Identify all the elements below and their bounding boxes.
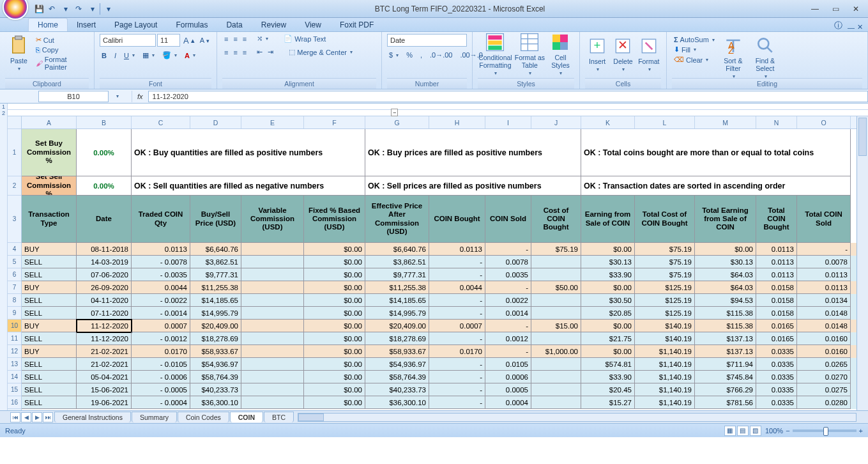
- cell[interactable]: Transaction Type: [22, 196, 77, 243]
- col-header-M[interactable]: M: [695, 116, 756, 128]
- cell[interactable]: $36,300.10: [365, 396, 429, 409]
- cell[interactable]: $14,995.79: [190, 307, 241, 320]
- cell[interactable]: [241, 307, 304, 320]
- cell[interactable]: $11,255.38: [365, 281, 429, 294]
- cell[interactable]: SELL: [22, 371, 77, 383]
- cell[interactable]: 0.0035: [485, 268, 531, 281]
- cell[interactable]: $75.19: [635, 268, 695, 281]
- cell[interactable]: $36,300.10: [190, 396, 241, 409]
- zoom-out-button[interactable]: −: [786, 427, 789, 435]
- cell[interactable]: - 0.0035: [132, 268, 190, 281]
- cell[interactable]: 0.0007: [132, 320, 190, 332]
- cell[interactable]: SELL: [22, 256, 77, 268]
- cell[interactable]: [531, 268, 581, 281]
- cell[interactable]: $58,764.39: [365, 371, 429, 383]
- cell[interactable]: 0.0275: [797, 383, 851, 396]
- cell[interactable]: 0.0265: [797, 358, 851, 371]
- tab-foxit-pdf[interactable]: Foxit PDF: [331, 19, 383, 31]
- tab-page-layout[interactable]: Page Layout: [105, 19, 167, 31]
- cell[interactable]: 14-03-2019: [77, 256, 132, 268]
- worksheet-grid[interactable]: 12345678910111213141516 ABCDEFGHIJKLMNO …: [0, 116, 868, 410]
- cell[interactable]: $40,233.73: [365, 383, 429, 396]
- cell[interactable]: $33.90: [581, 371, 635, 383]
- name-box[interactable]: B10: [38, 91, 109, 102]
- cell[interactable]: 0.0165: [756, 332, 797, 345]
- cell[interactable]: 0.0012: [485, 332, 531, 345]
- col-header-N[interactable]: N: [756, 116, 797, 128]
- cell[interactable]: 0.0160: [797, 345, 851, 358]
- insert-cells-button[interactable]: +Insert▾: [585, 35, 609, 72]
- cell[interactable]: BUY: [22, 243, 77, 256]
- cell[interactable]: - 0.0105: [132, 358, 190, 371]
- italic-button[interactable]: I: [112, 51, 118, 60]
- cell[interactable]: - 0.0022: [132, 294, 190, 307]
- sheet-nav-next[interactable]: ▶: [32, 412, 42, 422]
- cell[interactable]: SELL: [22, 332, 77, 345]
- cell-styles-button[interactable]: Cell Styles▾: [547, 31, 574, 76]
- cell[interactable]: $711.94: [695, 358, 756, 371]
- shrink-font-button[interactable]: A▾: [198, 36, 211, 45]
- cell[interactable]: 0.0113: [132, 243, 190, 256]
- format-as-table-button[interactable]: Format as Table▾: [514, 31, 545, 76]
- sheet-nav-last[interactable]: ⏭: [43, 412, 53, 422]
- cell[interactable]: $0.00: [581, 281, 635, 294]
- cell[interactable]: $6,640.76: [365, 243, 429, 256]
- sort-filter-button[interactable]: AZSort & Filter▾: [718, 34, 749, 79]
- cell[interactable]: $115.38: [695, 307, 756, 320]
- autosum-button[interactable]: Σ AutoSum▾: [672, 35, 717, 44]
- cell[interactable]: $0.00: [581, 243, 635, 256]
- cell[interactable]: 0.0078: [485, 256, 531, 268]
- cell[interactable]: Traded COIN Qty: [132, 196, 190, 243]
- cell[interactable]: [531, 383, 581, 396]
- cell[interactable]: OK : Transaction dates are sorted in asc…: [581, 176, 851, 196]
- currency-button[interactable]: $▾: [387, 50, 400, 59]
- cell[interactable]: 0.0335: [756, 371, 797, 383]
- align-left-button[interactable]: ≡: [222, 48, 230, 57]
- column-headers[interactable]: ABCDEFGHIJKLMNO: [22, 116, 857, 129]
- cell[interactable]: [241, 320, 304, 332]
- cell[interactable]: $30.13: [581, 256, 635, 268]
- view-pagebreak-button[interactable]: ▧: [750, 426, 761, 436]
- cell[interactable]: BUY: [22, 281, 77, 294]
- minimize-button[interactable]: —: [805, 3, 825, 15]
- sheet-tab-coin[interactable]: COIN: [230, 412, 263, 422]
- cell[interactable]: -: [429, 294, 485, 307]
- tab-review[interactable]: Review: [252, 19, 296, 31]
- cell[interactable]: $94.53: [695, 294, 756, 307]
- grow-font-button[interactable]: A▴: [181, 35, 197, 46]
- cell[interactable]: Total COIN Sold: [797, 196, 851, 243]
- cell[interactable]: 0.0007: [429, 320, 485, 332]
- cell[interactable]: -: [429, 332, 485, 345]
- cell[interactable]: $1,140.19: [635, 358, 695, 371]
- office-button[interactable]: [3, 0, 28, 20]
- bold-button[interactable]: B: [100, 51, 109, 60]
- cell[interactable]: 19-06-2021: [77, 396, 132, 409]
- cell[interactable]: 0.0078: [797, 256, 851, 268]
- col-header-D[interactable]: D: [190, 116, 241, 128]
- cell[interactable]: $20.85: [581, 307, 635, 320]
- cell[interactable]: Fixed % Based Commission (USD): [304, 196, 365, 243]
- cell[interactable]: SELL: [22, 268, 77, 281]
- cell[interactable]: SELL: [22, 307, 77, 320]
- cell[interactable]: $781.56: [695, 396, 756, 409]
- zoom-in-button[interactable]: +: [859, 427, 863, 435]
- align-top-button[interactable]: ≡: [222, 35, 230, 43]
- cell[interactable]: $18,278.69: [365, 332, 429, 345]
- borders-button[interactable]: ▦▾: [141, 50, 156, 60]
- cell[interactable]: $1,140.19: [635, 345, 695, 358]
- cell[interactable]: 0.0160: [797, 332, 851, 345]
- cell[interactable]: [241, 256, 304, 268]
- formula-input[interactable]: 11-12-2020: [148, 91, 868, 102]
- cell[interactable]: $11,255.38: [190, 281, 241, 294]
- cell[interactable]: [531, 332, 581, 345]
- cell[interactable]: 0.0280: [797, 396, 851, 409]
- cell[interactable]: $0.00: [581, 320, 635, 332]
- cell[interactable]: $0.00: [304, 320, 365, 332]
- cell[interactable]: $15.27: [581, 396, 635, 409]
- cell[interactable]: [241, 294, 304, 307]
- cell[interactable]: Set Buy Commission %: [22, 129, 77, 176]
- cell[interactable]: $0.00: [695, 243, 756, 256]
- cell[interactable]: -: [429, 268, 485, 281]
- col-header-A[interactable]: A: [22, 116, 77, 128]
- vertical-scrollbar[interactable]: [857, 116, 868, 410]
